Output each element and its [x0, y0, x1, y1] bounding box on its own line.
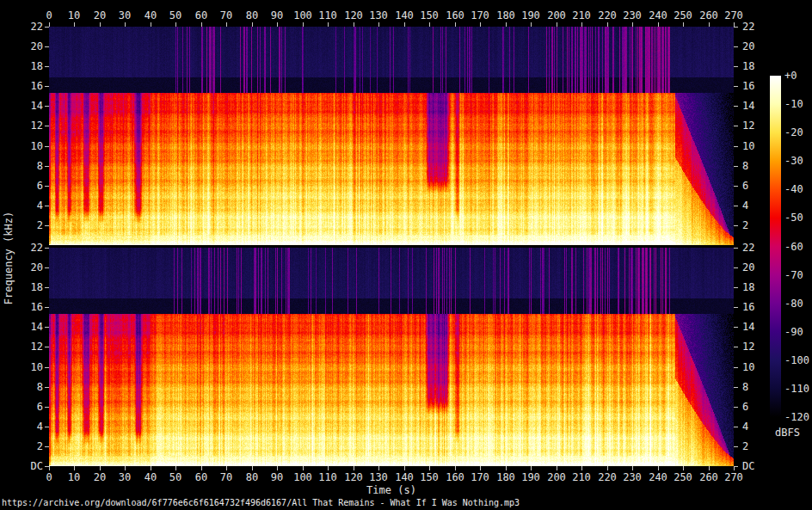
time-tick-mark — [658, 466, 659, 470]
colorbar-tick-label: -90 — [784, 326, 803, 338]
freq-tick-label: 20 — [742, 261, 754, 273]
freq-tick-label: 10 — [742, 140, 754, 152]
time-axis-label: Time (s) — [305, 484, 477, 496]
freq-tick-label: 6 — [0, 401, 43, 413]
freq-tick-label: 6 — [742, 180, 748, 192]
colorbar-tick-label: -10 — [784, 98, 803, 110]
time-tick-mark — [125, 466, 126, 470]
time-tick-mark — [49, 466, 50, 470]
freq-tick-mark — [734, 86, 738, 87]
freq-tick-mark — [734, 267, 738, 268]
freq-tick-label: 12 — [742, 341, 754, 353]
freq-tick-mark — [45, 206, 49, 206]
freq-tick-mark — [734, 367, 738, 368]
freq-tick-mark — [45, 347, 49, 347]
time-tick-mark — [277, 466, 278, 470]
freq-tick-label: 18 — [742, 60, 754, 72]
freq-tick-mark — [45, 446, 49, 447]
spectrogram-panel-left-channel — [49, 27, 734, 245]
time-tick-mark — [480, 466, 481, 470]
freq-tick-label: 2 — [0, 440, 43, 452]
freq-tick-label: 20 — [742, 40, 754, 52]
freq-tick-mark — [45, 46, 49, 47]
freq-tick-label: 2 — [742, 440, 748, 452]
time-tick-mark — [709, 466, 710, 470]
freq-tick-mark — [45, 146, 49, 147]
freq-tick-label: 2 — [742, 219, 748, 231]
time-tick-mark — [429, 466, 430, 470]
time-tick-mark — [226, 466, 227, 470]
freq-tick-mark — [45, 307, 49, 308]
spectrogram-panel-right-channel — [49, 248, 734, 466]
time-tick-label: 270 — [717, 9, 751, 22]
time-tick-mark — [404, 466, 405, 470]
freq-tick-label: 10 — [742, 361, 754, 373]
freq-tick-mark — [45, 287, 49, 288]
freq-tick-label: 22 — [742, 242, 754, 254]
time-tick-mark — [531, 466, 532, 470]
freq-tick-label: 16 — [742, 80, 754, 92]
time-tick-mark — [378, 466, 379, 470]
freq-tick-label: 14 — [0, 100, 43, 112]
time-tick-mark — [557, 466, 557, 470]
freq-tick-label: 10 — [0, 140, 43, 152]
freq-tick-label: 12 — [742, 120, 754, 132]
freq-tick-mark — [734, 327, 738, 328]
freq-tick-mark — [734, 446, 738, 447]
freq-tick-label: 14 — [0, 321, 43, 333]
freq-tick-label: 4 — [0, 200, 43, 212]
colorbar-tick-label: -80 — [784, 298, 803, 310]
colorbar-unit-label: dBFS — [775, 427, 800, 439]
freq-tick-mark — [734, 106, 738, 107]
freq-tick-label: DC — [0, 460, 43, 472]
freq-tick-label: 6 — [0, 180, 43, 192]
colorbar-tick-label: -100 — [784, 354, 809, 366]
freq-tick-mark — [734, 66, 738, 67]
freq-tick-mark — [734, 347, 738, 347]
freq-tick-label: 22 — [742, 21, 754, 33]
freq-tick-mark — [734, 287, 738, 288]
freq-tick-label: 14 — [742, 321, 754, 333]
time-tick-mark — [455, 466, 456, 470]
freq-tick-mark — [45, 427, 49, 427]
freq-tick-mark — [734, 225, 738, 226]
freq-tick-label: 4 — [0, 421, 43, 433]
freq-tick-mark — [734, 427, 738, 427]
time-tick-label: 270 — [717, 471, 751, 483]
time-tick-mark — [201, 466, 202, 470]
freq-tick-label: 18 — [742, 281, 754, 293]
freq-tick-label: 14 — [742, 100, 754, 112]
freq-tick-label: 8 — [0, 160, 43, 172]
time-tick-mark — [303, 466, 304, 470]
time-tick-mark — [506, 466, 507, 470]
freq-tick-mark — [734, 248, 738, 249]
sox-spectrogram-image: 0102030405060708090100110120130140150160… — [0, 0, 812, 510]
colorbar-tick-label: +0 — [784, 70, 797, 82]
freq-tick-mark — [734, 146, 738, 147]
time-tick-mark — [734, 466, 735, 470]
time-tick-mark — [328, 466, 329, 470]
colorbar-tick-label: -60 — [784, 241, 803, 253]
freq-tick-mark — [734, 186, 738, 187]
freq-tick-mark — [734, 387, 738, 388]
freq-tick-mark — [734, 407, 738, 408]
freq-tick-mark — [45, 166, 49, 167]
freq-tick-mark — [734, 166, 738, 167]
colorbar-gradient — [770, 76, 781, 417]
colorbar-tick-label: -50 — [784, 212, 803, 224]
freq-tick-mark — [45, 27, 49, 28]
colorbar-tick-label: -20 — [784, 126, 803, 138]
colorbar-tick-label: -40 — [784, 183, 803, 195]
freq-tick-label: 18 — [0, 60, 43, 72]
time-tick-mark — [175, 466, 176, 470]
freq-tick-mark — [45, 66, 49, 67]
time-tick-mark — [151, 466, 151, 470]
freq-tick-mark — [45, 407, 49, 408]
colorbar-tick-label: -110 — [784, 383, 809, 395]
freq-tick-label: 12 — [0, 341, 43, 353]
freq-tick-mark — [734, 46, 738, 47]
freq-tick-label: 6 — [742, 401, 748, 413]
source-url-text: https://archive.org/download/6f776e6c6f6… — [2, 498, 520, 507]
freq-tick-label: 8 — [742, 381, 748, 393]
freq-tick-mark — [45, 106, 49, 107]
